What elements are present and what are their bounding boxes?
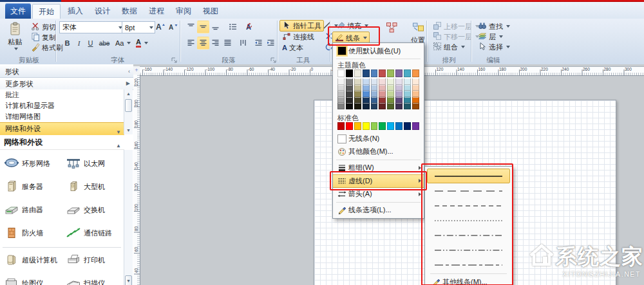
theme-variant-swatch[interactable]	[354, 103, 361, 109]
text-tool-button[interactable]: A 文本	[279, 42, 306, 53]
tab-文件[interactable]: 文件	[5, 3, 31, 19]
tab-进程[interactable]: 进程	[143, 4, 170, 18]
dash-pattern-dot[interactable]	[427, 213, 510, 228]
collapse-panel-icon[interactable]: ‹	[128, 66, 130, 77]
change-case-button[interactable]: Aa	[113, 37, 133, 49]
theme-variant-swatch[interactable]	[395, 78, 402, 85]
theme-color-swatch[interactable]	[412, 69, 419, 77]
standard-color-swatch[interactable]	[337, 122, 345, 130]
shapes-panel-header[interactable]: 形状 ‹	[0, 66, 133, 78]
theme-color-swatch[interactable]	[354, 69, 361, 77]
menu-item-dashes[interactable]: 虚线(D)	[333, 174, 424, 188]
group-button[interactable]: 组合	[430, 41, 468, 53]
shape-打印机[interactable]: 打印机	[66, 250, 126, 270]
menu-item-more-colors[interactable]: 其他颜色(M)...	[333, 145, 424, 158]
standard-color-swatch[interactable]	[404, 122, 411, 130]
format-painter-button[interactable]: 格式刷	[28, 42, 66, 53]
more-shapes-row[interactable]: 更多形状 ▶	[0, 78, 133, 90]
menu-item-use-default-color[interactable]: 使用默认颜色(U)	[333, 44, 424, 57]
paste-button[interactable]: 粘贴	[3, 20, 28, 57]
pointer-tool-button[interactable]: 指针工具	[279, 20, 324, 32]
theme-variant-swatch[interactable]	[337, 91, 345, 97]
theme-variant-swatch[interactable]	[337, 97, 345, 104]
standard-color-swatch[interactable]	[354, 122, 361, 130]
theme-variant-swatch[interactable]	[354, 91, 361, 97]
menu-item-arrows[interactable]: 箭头(A)	[333, 188, 424, 201]
theme-variant-swatch[interactable]	[404, 91, 411, 97]
standard-color-swatch[interactable]	[379, 122, 386, 130]
theme-variant-swatch[interactable]	[379, 91, 386, 97]
menu-item-no-line[interactable]: 无线条(N)	[333, 133, 424, 145]
font-name-combo[interactable]: 宋体	[59, 21, 124, 33]
theme-variant-swatch[interactable]	[346, 78, 353, 85]
font-size-combo[interactable]: 8pt	[122, 21, 155, 33]
theme-color-swatch[interactable]	[337, 69, 345, 77]
connector-tool-button[interactable]: 连接线	[279, 31, 317, 42]
theme-variant-swatch[interactable]	[412, 78, 419, 85]
strikethrough-button[interactable]: abe	[96, 37, 113, 50]
bullets-button[interactable]	[227, 21, 239, 33]
theme-variant-swatch[interactable]	[371, 97, 378, 104]
scroll-up-icon[interactable]: ▲	[116, 139, 121, 153]
font-color-button[interactable]: A	[133, 37, 151, 49]
shape-以太网[interactable]: 以太网	[66, 153, 126, 174]
theme-variant-swatch[interactable]	[346, 85, 353, 91]
theme-color-swatch[interactable]	[371, 69, 378, 77]
tab-设计[interactable]: 设计	[89, 4, 116, 18]
decrease-indent-button[interactable]	[252, 37, 265, 50]
theme-color-swatch[interactable]	[346, 69, 353, 77]
align-center-button[interactable]	[197, 37, 209, 50]
theme-variant-swatch[interactable]	[371, 91, 378, 97]
theme-variant-swatch[interactable]	[371, 103, 378, 109]
tab-开始[interactable]: 开始	[32, 4, 61, 19]
fill-button[interactable]: 填充	[334, 20, 371, 32]
theme-variant-swatch[interactable]	[371, 85, 378, 91]
theme-variant-swatch[interactable]	[404, 78, 411, 85]
tab-审阅[interactable]: 审阅	[170, 4, 197, 18]
theme-variant-swatch[interactable]	[363, 85, 370, 91]
theme-variant-swatch[interactable]	[387, 78, 394, 85]
shape-交换机[interactable]: 交换机	[66, 199, 126, 220]
scroll-up-icon[interactable]: ▲	[126, 91, 131, 97]
dash-pattern-long-dash-short-dash[interactable]	[427, 257, 510, 272]
valign-top-button[interactable]	[185, 21, 197, 33]
theme-variant-swatch[interactable]	[412, 91, 419, 97]
theme-variant-swatch[interactable]	[346, 97, 353, 104]
theme-color-swatch[interactable]	[395, 69, 402, 77]
italic-button[interactable]: I	[73, 37, 85, 50]
stencil-scroll-thumb[interactable]	[125, 99, 132, 112]
dash-pattern-dash-dot-dot[interactable]	[427, 243, 510, 257]
theme-variant-swatch[interactable]	[387, 97, 394, 104]
vertical-text-button[interactable]	[237, 37, 249, 50]
sidebar-item-计算机和显示器[interactable]: 计算机和显示器	[0, 100, 124, 112]
theme-variant-swatch[interactable]	[371, 78, 378, 85]
standard-color-swatch[interactable]	[371, 122, 378, 130]
theme-variant-swatch[interactable]	[337, 85, 345, 91]
tab-视图[interactable]: 视图	[197, 4, 224, 18]
menu-item-more-lines[interactable]: 其他线条(M)...	[427, 275, 510, 285]
valign-bottom-button[interactable]	[209, 21, 222, 33]
scroll-down-icon[interactable]: ▼	[126, 127, 131, 133]
sidebar-item-批注[interactable]: 批注	[0, 89, 124, 101]
tab-数据[interactable]: 数据	[116, 4, 143, 18]
theme-variant-swatch[interactable]	[379, 78, 386, 85]
shape-通信链路[interactable]: 通信链路	[66, 223, 126, 243]
theme-color-swatch[interactable]	[404, 69, 411, 77]
dash-pattern-dash-dot[interactable]	[427, 228, 510, 243]
select-button[interactable]: 选择	[475, 41, 513, 53]
theme-variant-swatch[interactable]	[404, 103, 411, 109]
theme-variant-swatch[interactable]	[412, 85, 419, 91]
theme-variant-swatch[interactable]	[363, 103, 370, 109]
paragraph-dialog-launcher[interactable]	[270, 57, 277, 63]
theme-variant-swatch[interactable]	[387, 85, 394, 91]
standard-color-swatch[interactable]	[363, 122, 370, 130]
theme-variant-swatch[interactable]	[379, 85, 386, 91]
theme-variant-swatch[interactable]	[363, 78, 370, 85]
theme-variant-swatch[interactable]	[404, 85, 411, 91]
increase-font-button[interactable]: A	[154, 21, 167, 33]
theme-variant-swatch[interactable]	[412, 103, 419, 109]
theme-variant-swatch[interactable]	[337, 78, 345, 85]
increase-indent-button[interactable]	[265, 37, 277, 50]
align-left-button[interactable]	[185, 37, 197, 50]
shape-超级计算机[interactable]: 超级计算机	[4, 250, 64, 270]
